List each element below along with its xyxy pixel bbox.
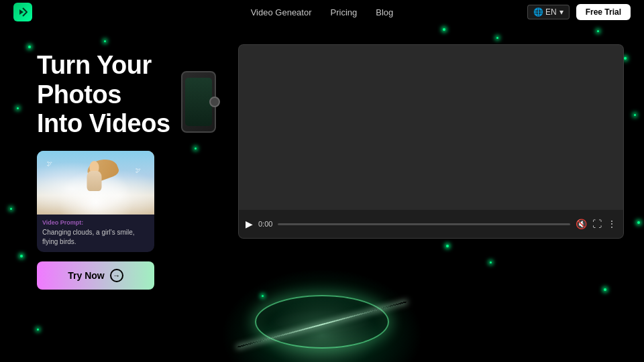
more-options-icon[interactable]: ⋮ xyxy=(607,219,616,229)
photo-image: 🕊 🕊 xyxy=(37,151,154,215)
phone-screen xyxy=(185,78,212,126)
logo xyxy=(13,3,32,21)
progress-bar[interactable] xyxy=(278,223,570,225)
chevron-down-icon: ▾ xyxy=(559,7,564,17)
bird-icon-1: 🕊 xyxy=(47,161,52,167)
prompt-text: Changing clouds, a girl's smile, flying … xyxy=(42,228,149,247)
header-right: 🌐 EN ▾ Free Trial xyxy=(527,4,631,20)
time-display: 0:00 xyxy=(258,220,272,228)
free-trial-button[interactable]: Free Trial xyxy=(576,4,631,20)
main-content: Turn Your Photos Into Videos 🕊 🕊 Video P… xyxy=(0,24,644,290)
main-nav: Video Geneator Pricing Blog xyxy=(251,7,394,17)
bird-icon-2: 🕊 xyxy=(136,168,141,174)
language-button[interactable]: 🌐 EN ▾ xyxy=(527,5,570,19)
prompt-label: Video Prompt: xyxy=(42,219,149,226)
photo-caption: Video Prompt: Changing clouds, a girl's … xyxy=(37,215,154,252)
bg-dot xyxy=(262,295,264,297)
nav-blog[interactable]: Blog xyxy=(376,7,393,17)
left-panel: Turn Your Photos Into Videos 🕊 🕊 Video P… xyxy=(37,44,218,290)
arrow-circle-icon: → xyxy=(110,269,123,282)
video-player[interactable]: ▶ 0:00 🔇 ⛶ ⋮ xyxy=(238,44,624,239)
play-button[interactable]: ▶ xyxy=(246,219,253,229)
bg-dot xyxy=(37,328,39,330)
try-now-label: Try Now xyxy=(68,270,104,281)
orb-line xyxy=(237,301,407,347)
phone-mockup xyxy=(181,71,216,133)
control-icons: 🔇 ⛶ ⋮ xyxy=(576,219,616,229)
video-content xyxy=(239,45,623,210)
orb-ring xyxy=(255,295,389,349)
woman-figure xyxy=(77,154,111,208)
lang-label: 🌐 EN xyxy=(533,7,557,17)
logo-icon xyxy=(13,3,32,21)
nav-video-generator[interactable]: Video Geneator xyxy=(251,7,312,17)
nav-pricing[interactable]: Pricing xyxy=(331,7,358,17)
try-now-button[interactable]: Try Now → xyxy=(37,261,154,290)
body xyxy=(87,171,101,191)
volume-icon[interactable]: 🔇 xyxy=(576,219,587,229)
fullscreen-icon[interactable]: ⛶ xyxy=(592,219,602,229)
header: Video Geneator Pricing Blog 🌐 EN ▾ Free … xyxy=(0,0,644,24)
video-controls: ▶ 0:00 🔇 ⛶ ⋮ xyxy=(239,210,623,238)
phone-button xyxy=(209,97,220,107)
photo-card: 🕊 🕊 Video Prompt: Changing clouds, a gir… xyxy=(37,151,154,252)
